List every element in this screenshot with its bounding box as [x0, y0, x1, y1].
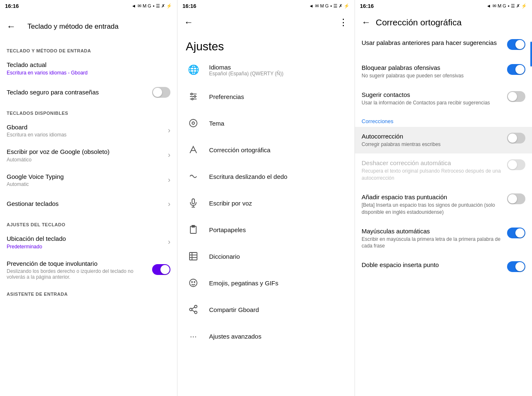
autocorreccion-content: Autocorrección Corregir palabras mientra…: [362, 133, 502, 148]
keyboard-location-chevron: ›: [168, 238, 170, 246]
tema-icon: [186, 116, 201, 131]
nav-icon-3: ◄: [486, 3, 491, 8]
item-google-voice-typing[interactable]: Google Voice Typing Automatic ›: [0, 168, 177, 193]
svg-point-4: [194, 96, 196, 97]
item-manage-keyboards[interactable]: Gestionar teclados ›: [0, 192, 177, 215]
status-bar-1: 16:16 ◄ ✉ M G ▪ ☰ ✗ ⚡: [0, 0, 177, 12]
touch-prevention-subtitle: Deslizando los bordes derecho o izquierd…: [7, 268, 152, 280]
touch-prevention-toggle[interactable]: [152, 264, 170, 275]
panel-keyboard-settings: 16:16 ◄ ✉ M G ▪ ☰ ✗ ⚡ ← Teclado y método…: [0, 0, 177, 396]
current-keyboard-content: Teclado actual Escritura en varios idiom…: [7, 61, 170, 76]
menu-item-tema[interactable]: Tema: [177, 110, 355, 136]
mayusculas-auto-toggle[interactable]: [507, 228, 525, 238]
panel3-scroll[interactable]: Usar palabras anteriores para hacer suge…: [355, 33, 532, 396]
autocorreccion-toggle[interactable]: [507, 133, 525, 144]
deshacer-correccion-content: Deshacer corrección automática Recupera …: [362, 159, 502, 182]
panel2-header: ← ⋮: [177, 12, 355, 33]
bloquear-palabras-content: Bloquear palabras ofensivas No sugerir p…: [362, 64, 502, 79]
panel3-title: Corrección ortográfica: [376, 17, 462, 27]
item-sugerir-contactos[interactable]: Sugerir contactos Usar la información de…: [355, 85, 532, 112]
item-secure-keyboard[interactable]: Teclado seguro para contraseñas: [0, 81, 177, 104]
ajustes-avanzados-text: Ajustes avanzados: [209, 333, 346, 340]
ajustes-title: Ajustes: [177, 33, 355, 57]
svg-point-3: [191, 93, 192, 95]
menu-item-portapapeles[interactable]: Portapapeles: [177, 216, 355, 243]
usar-palabras-content: Usar palabras anteriores para hacer suge…: [362, 39, 502, 46]
correccion-icon: [186, 142, 201, 157]
panel1-header: ← Teclado y método de entrada: [0, 12, 177, 42]
menu-item-correccion[interactable]: Corrección ortográfica: [177, 136, 355, 163]
status-bar-3: 16:16 ◄ ✉ M G ▪ ☰ ✗ ⚡: [355, 0, 532, 12]
manage-keyboards-chevron: ›: [168, 200, 170, 208]
signal-icons: ▪ ☰ ✗ ⚡: [153, 3, 172, 9]
portapapeles-icon: [186, 222, 201, 237]
usar-palabras-toggle[interactable]: [507, 39, 525, 50]
diccionario-text: Diccionario: [209, 253, 346, 260]
escribir-voz-text: Escribir por voz: [209, 200, 346, 207]
menu-item-escritura-deslizando[interactable]: Escritura deslizando el dedo: [177, 163, 355, 190]
keyboard-location-title: Ubicación del teclado: [7, 235, 168, 243]
doble-espacio-title: Doble espacio inserta punto: [362, 261, 502, 268]
back-button-1[interactable]: ←: [7, 21, 16, 32]
item-current-keyboard[interactable]: Teclado actual Escritura en varios idiom…: [0, 56, 177, 81]
doble-espacio-content: Doble espacio inserta punto: [362, 261, 502, 268]
item-anadir-espacio[interactable]: Añadir espacio tras puntuación [Beta] In…: [355, 188, 532, 222]
svg-point-17: [192, 282, 192, 282]
item-gboard[interactable]: Gboard Escritura en varios idiomas ›: [0, 118, 177, 143]
item-usar-palabras[interactable]: Usar palabras anteriores para hacer suge…: [355, 33, 532, 58]
anadir-espacio-toggle[interactable]: [507, 193, 525, 204]
panel-ajustes: 16:16 ◄ ✉ M G ▪ ☰ ✗ ⚡ ← ⋮ Ajustes 🌐 Idio…: [177, 0, 355, 396]
back-button-2[interactable]: ←: [184, 17, 193, 28]
item-autocorreccion[interactable]: Autocorrección Corregir palabras mientra…: [355, 127, 532, 154]
google-voice-typing-chevron: ›: [168, 176, 170, 184]
back-button-3[interactable]: ←: [362, 17, 371, 28]
deshacer-correccion-title: Deshacer corrección automática: [362, 159, 502, 166]
keyboard-location-content: Ubicación del teclado Predeterminado: [7, 235, 168, 250]
doble-espacio-toggle[interactable]: [507, 261, 525, 272]
svg-line-23: [192, 310, 195, 312]
menu-item-diccionario[interactable]: Diccionario: [177, 243, 355, 270]
item-bloquear-palabras[interactable]: Bloquear palabras ofensivas No sugerir p…: [355, 58, 532, 85]
item-voice-obsolete[interactable]: Escribir por voz de Google (obsoleto) Au…: [0, 143, 177, 168]
menu-item-ajustes-avanzados[interactable]: ··· Ajustes avanzados: [177, 323, 355, 349]
google-voice-typing-subtitle: Automatic: [7, 181, 168, 187]
touch-prevention-title: Prevención de toque involuntario: [7, 260, 152, 268]
panel1-scroll[interactable]: TECLADO Y MÉTODO DE ENTRADA Teclado actu…: [0, 42, 177, 396]
mayusculas-auto-sub: Escribir en mayúscula la primera letra d…: [362, 236, 502, 250]
time-3: 16:16: [360, 3, 374, 9]
escritura-deslizando-text: Escritura deslizando el dedo: [209, 173, 346, 180]
item-deshacer-correccion: Deshacer corrección automática Recupera …: [355, 153, 532, 188]
svg-point-7: [192, 122, 195, 124]
item-mayusculas-auto[interactable]: Mayúsculas automáticas Escribir en mayús…: [355, 222, 532, 256]
idiomas-text: Idiomas: [209, 64, 283, 71]
menu-item-idiomas[interactable]: 🌐 Idiomas Español (España) (QWERTY (Ñ)): [177, 57, 355, 83]
anadir-espacio-content: Añadir espacio tras puntuación [Beta] In…: [362, 193, 502, 216]
anadir-espacio-sub: [Beta] Inserta un espacio tras los signo…: [362, 202, 502, 216]
gboard-title: Gboard: [7, 123, 168, 131]
item-keyboard-location[interactable]: Ubicación del teclado Predeterminado ›: [0, 230, 177, 255]
svg-rect-12: [190, 252, 197, 260]
emojis-icon: [186, 275, 201, 290]
compartir-text: Compartir Gboard: [209, 306, 346, 313]
voice-obsolete-content: Escribir por voz de Google (obsoleto) Au…: [7, 148, 168, 163]
status-icons-3: ◄ ✉ M G ▪ ☰ ✗ ⚡: [486, 3, 527, 9]
more-button-2[interactable]: ⋮: [339, 17, 348, 28]
secure-keyboard-toggle[interactable]: [152, 87, 170, 98]
bloquear-palabras-toggle[interactable]: [507, 64, 525, 75]
msg-icons-3: ✉ M G: [493, 3, 506, 9]
item-touch-prevention[interactable]: Prevención de toque involuntario Desliza…: [0, 255, 177, 285]
item-doble-espacio[interactable]: Doble espacio inserta punto: [355, 255, 532, 280]
bloquear-palabras-sub: No sugerir palabras que pueden ser ofens…: [362, 72, 502, 79]
scrollbar-indicator: [530, 42, 532, 67]
menu-item-escribir-voz[interactable]: Escribir por voz: [177, 190, 355, 216]
menu-item-emojis[interactable]: Emojis, pegatinas y GIFs: [177, 270, 355, 296]
panel-correccion-ortografica: 16:16 ◄ ✉ M G ▪ ☰ ✗ ⚡ ← Corrección ortog…: [355, 0, 532, 396]
svg-point-18: [194, 282, 195, 282]
section-keyboard-settings: AJUSTES DEL TECLADO: [0, 215, 177, 230]
sugerir-contactos-toggle[interactable]: [507, 91, 525, 102]
manage-keyboards-title: Gestionar teclados: [7, 200, 168, 208]
menu-item-compartir[interactable]: Compartir Gboard: [177, 296, 355, 323]
svg-point-20: [190, 308, 192, 311]
gboard-subtitle: Escritura en varios idiomas: [7, 132, 168, 138]
menu-item-preferencias[interactable]: Preferencias: [177, 83, 355, 110]
